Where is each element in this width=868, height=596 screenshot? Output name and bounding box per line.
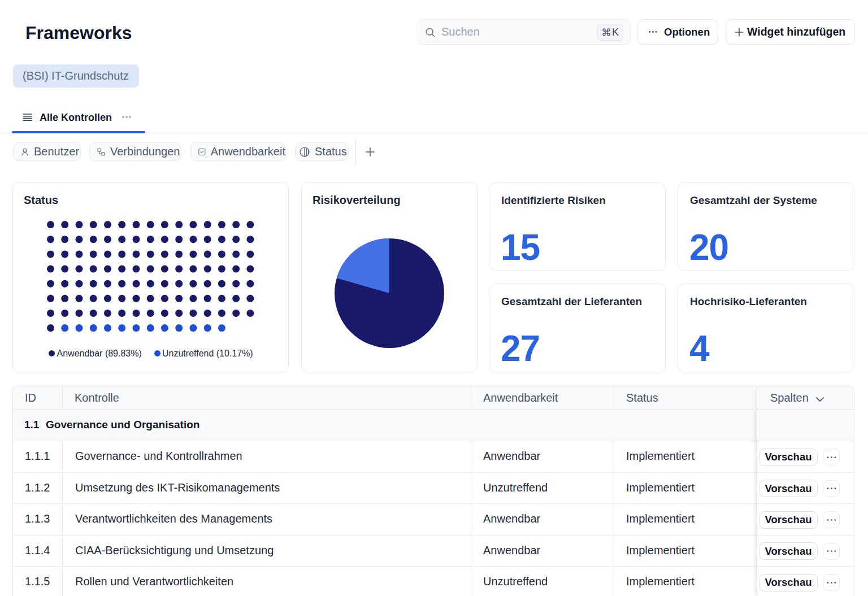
svg-text:Unzutreffend (10.17%): Unzutreffend (10.17%): [162, 349, 253, 358]
svg-text:Anwendbar (89.83%): Anwendbar (89.83%): [57, 349, 142, 358]
